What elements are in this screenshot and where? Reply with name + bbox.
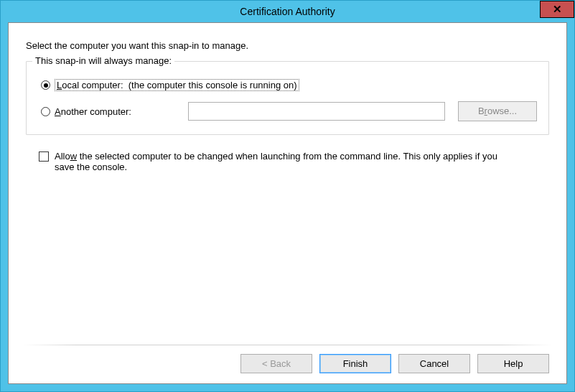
window-title: Certification Authority	[240, 6, 335, 17]
allow-change-row[interactable]: Allow the selected computer to be change…	[39, 151, 498, 172]
radio-another-label: Another computer:	[55, 106, 169, 117]
manage-groupbox: This snap-in will always manage: Local c…	[26, 61, 549, 135]
help-button[interactable]: Help	[477, 354, 549, 373]
separator	[23, 345, 552, 345]
instruction-text: Select the computer you want this snap-i…	[26, 40, 549, 51]
button-row: < Back Finish Cancel Help	[26, 354, 549, 373]
radio-another-row: Another computer: Browse...	[41, 101, 537, 121]
dialog-window: Certification Authority ✕ Select the com…	[0, 0, 575, 392]
another-computer-input[interactable]	[188, 102, 445, 121]
close-button[interactable]: ✕	[540, 1, 574, 18]
client-area: Select the computer you want this snap-i…	[8, 22, 567, 384]
finish-button[interactable]: Finish	[319, 354, 391, 373]
close-icon: ✕	[553, 3, 562, 16]
allow-change-checkbox[interactable]	[39, 151, 49, 162]
spacer	[26, 172, 549, 345]
group-legend: This snap-in will always manage:	[32, 55, 174, 66]
browse-button: Browse...	[458, 101, 537, 121]
back-button: < Back	[240, 354, 312, 373]
radio-local[interactable]	[41, 80, 50, 90]
titlebar: Certification Authority ✕	[1, 1, 574, 22]
allow-change-label: Allow the selected computer to be change…	[55, 151, 498, 172]
radio-local-row[interactable]: Local computer: (the computer this conso…	[41, 79, 537, 91]
cancel-button[interactable]: Cancel	[398, 354, 470, 373]
radio-another[interactable]	[41, 107, 50, 116]
radio-local-label: Local computer: (the computer this conso…	[55, 79, 299, 91]
